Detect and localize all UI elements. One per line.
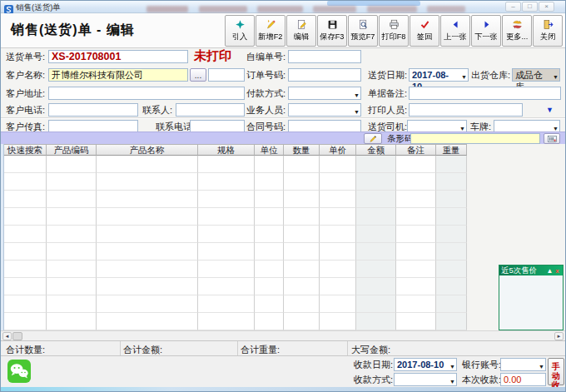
manual-receipt-button[interactable]: 手动收款	[548, 358, 564, 385]
table-cell[interactable]	[97, 156, 198, 173]
table-cell[interactable]	[356, 313, 396, 330]
doc-note-input[interactable]	[409, 87, 561, 100]
minimize-button[interactable]: –	[505, 2, 521, 12]
table-cell[interactable]	[198, 208, 255, 226]
table-cell[interactable]	[356, 261, 396, 278]
table-cell[interactable]	[47, 208, 97, 226]
table-cell[interactable]	[320, 261, 356, 278]
table-cell[interactable]	[97, 295, 198, 313]
table-cell[interactable]	[198, 243, 255, 261]
table-cell[interactable]	[284, 243, 320, 261]
table-cell[interactable]	[284, 208, 320, 226]
table-cell[interactable]	[47, 278, 97, 295]
table-cell[interactable]	[396, 313, 436, 330]
table-cell[interactable]	[396, 156, 436, 173]
table-cell[interactable]	[356, 226, 396, 243]
customer-address-input[interactable]	[48, 87, 245, 100]
table-cell[interactable]	[47, 173, 97, 191]
table-cell[interactable]	[47, 226, 97, 243]
table-cell[interactable]	[198, 278, 255, 295]
table-cell[interactable]	[436, 208, 467, 226]
table-cell[interactable]	[4, 156, 47, 173]
table-cell[interactable]	[356, 156, 396, 173]
table-cell[interactable]	[4, 278, 47, 295]
table-cell[interactable]	[97, 278, 198, 295]
scroll-left-icon[interactable]: ◄	[2, 332, 12, 340]
self-no-input[interactable]	[288, 50, 361, 63]
more-button[interactable]: 更多...	[502, 15, 532, 47]
table-cell[interactable]	[198, 261, 255, 278]
table-cell[interactable]	[396, 295, 436, 313]
table-cell[interactable]	[4, 243, 47, 261]
table-cell[interactable]	[47, 313, 97, 330]
chevron-down-icon[interactable]: ▼	[354, 90, 360, 102]
table-cell[interactable]	[320, 226, 356, 243]
close-panel-icon[interactable]: x	[554, 266, 561, 275]
add-button[interactable]: 新增F2	[256, 15, 285, 47]
chevron-down-icon[interactable]: ▼	[461, 72, 467, 83]
collapse-icon[interactable]: ▲	[546, 266, 554, 275]
table-cell[interactable]	[284, 156, 320, 173]
table-cell[interactable]	[97, 243, 198, 261]
edit-button[interactable]: 编辑	[286, 15, 316, 47]
table-cell[interactable]	[436, 173, 467, 191]
delivery-date-select[interactable]: 2017-08-10▼	[409, 68, 469, 82]
maximize-button[interactable]: □	[522, 2, 538, 12]
table-cell[interactable]	[284, 261, 320, 278]
table-cell[interactable]	[396, 261, 436, 278]
warehouse-select[interactable]: 成品仓库▼	[512, 68, 560, 82]
receipt-method-select[interactable]: ▼	[394, 373, 457, 386]
table-cell[interactable]	[356, 208, 396, 226]
save-button[interactable]: 保存F3	[317, 15, 347, 47]
table-cell[interactable]	[255, 156, 284, 173]
table-cell[interactable]	[198, 173, 255, 191]
table-cell[interactable]	[320, 208, 356, 226]
table-cell[interactable]	[97, 226, 198, 243]
horizontal-scrollbar[interactable]: ◄ ►	[1, 330, 566, 340]
table-cell[interactable]	[198, 226, 255, 243]
table-cell[interactable]	[4, 261, 47, 278]
table-cell[interactable]	[320, 173, 356, 191]
table-cell[interactable]	[255, 226, 284, 243]
barcode-scan-button[interactable]	[544, 133, 560, 144]
table-cell[interactable]	[255, 261, 284, 278]
table-cell[interactable]	[255, 173, 284, 191]
table-cell[interactable]	[396, 208, 436, 226]
scroll-right-icon[interactable]: ►	[554, 332, 564, 340]
table-cell[interactable]	[4, 313, 47, 330]
customer-browse-button[interactable]: ...	[190, 68, 206, 82]
scrollbar-thumb[interactable]	[12, 332, 22, 340]
table-cell[interactable]	[47, 156, 97, 173]
customer-name-input[interactable]	[48, 68, 188, 82]
recent-price-header[interactable]: 近5次售价 ▲ x	[499, 265, 563, 275]
table-cell[interactable]	[284, 278, 320, 295]
chevron-down-icon[interactable]: ▼	[449, 376, 455, 388]
table-cell[interactable]	[320, 313, 356, 330]
payment-method-select[interactable]: ▼	[288, 87, 361, 100]
table-cell[interactable]	[198, 313, 255, 330]
contact-input[interactable]	[176, 103, 245, 117]
table-cell[interactable]	[356, 191, 396, 208]
table-cell[interactable]	[320, 156, 356, 173]
table-cell[interactable]	[356, 243, 396, 261]
table-cell[interactable]	[255, 191, 284, 208]
bank-account-select[interactable]: ▼	[500, 358, 546, 371]
table-cell[interactable]	[97, 173, 198, 191]
preview-button[interactable]: 预览F7	[348, 15, 378, 47]
table-cell[interactable]	[284, 173, 320, 191]
table-cell[interactable]	[396, 173, 436, 191]
table-cell[interactable]	[320, 191, 356, 208]
table-cell[interactable]	[255, 295, 284, 313]
table-cell[interactable]	[436, 156, 467, 173]
table-cell[interactable]	[47, 191, 97, 208]
table-cell[interactable]	[356, 295, 396, 313]
table-cell[interactable]	[255, 313, 284, 330]
table-cell[interactable]	[396, 191, 436, 208]
chevron-down-icon[interactable]: ▼	[553, 72, 559, 83]
table-cell[interactable]	[284, 295, 320, 313]
table-cell[interactable]	[4, 226, 47, 243]
table-cell[interactable]	[436, 295, 467, 313]
import-button[interactable]: 引入	[225, 15, 255, 47]
table-cell[interactable]	[284, 313, 320, 330]
table-cell[interactable]	[47, 243, 97, 261]
